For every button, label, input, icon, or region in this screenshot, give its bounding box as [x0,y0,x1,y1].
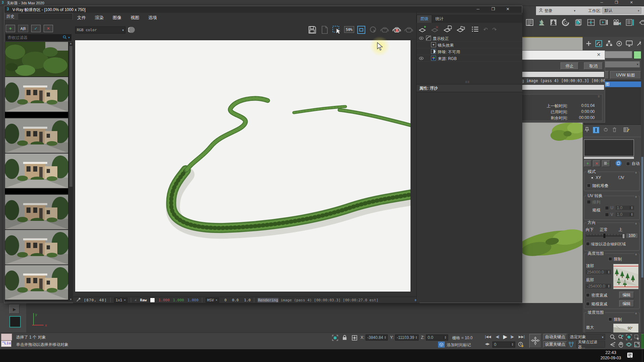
redo-icon[interactable]: ↷ [492,26,496,33]
max-titlebar[interactable]: 3 无标题 - 3ds Max 2020 ─ ❐ ✕ [0,0,644,6]
colorspace-select[interactable]: HSV▾ [206,298,219,303]
delete-item-button[interactable]: ✕ [593,160,600,167]
notification-center-icon[interactable] [627,352,634,360]
history-thumbnail[interactable] [5,265,68,300]
max-minimize-button[interactable]: ─ [600,0,603,4]
region-select-icon[interactable] [332,25,341,35]
fov-icon[interactable] [610,342,616,349]
vfb-titlebar[interactable]: 3 V-Ray 帧缓存区 - [100.0% of 1000 x 750] ─ … [4,6,522,13]
cancel-button[interactable]: 取消 [584,62,603,70]
color-picker-icon[interactable] [76,298,80,303]
transform-center-icon[interactable] [352,335,358,342]
zoom-badge-button[interactable]: 50% [344,26,354,33]
u-spinner-arrows[interactable]: ▲▼ [630,206,633,209]
go-end-button[interactable]: ▶▶| [519,335,525,339]
orbit-icon[interactable] [626,342,632,349]
command-panel-scrollbar[interactable] [641,40,644,333]
menu-render[interactable]: 渲染 [95,15,104,21]
tab-layers[interactable]: 层级 [417,15,432,23]
time-tag-icon[interactable] [438,342,445,348]
vfb-maximize-button[interactable]: ❐ [491,7,495,11]
v-spinner-arrows[interactable]: ▲▼ [630,213,633,216]
layer-explorer-icon[interactable] [526,19,534,27]
key-step-toggle[interactable]: ◀▶ [485,342,490,346]
scene-explorer-icon[interactable] [626,19,634,27]
add-list-button[interactable] [602,160,610,167]
layer-row-display-correction[interactable]: 显示校正 [417,35,522,42]
set-key-button[interactable]: 设置关键点 [543,341,567,348]
tree-box-tool-icon[interactable] [550,19,557,27]
maxscript-mini-listener-top[interactable] [1,334,12,341]
density-falloff-checkbox[interactable] [586,293,590,297]
channel-select[interactable]: RGB color ▾ [75,26,125,34]
vfb-close-button[interactable]: ✕ [506,7,509,11]
render-canvas[interactable] [75,40,411,292]
set-keys-icon[interactable] [568,341,575,349]
render-box-icon[interactable] [587,19,595,27]
history-scroll-up-icon[interactable]: ▲ [69,42,72,45]
arrange-checkbox[interactable] [587,200,591,204]
hr-bottom-spinner[interactable]: -254000.0▲▼ [585,283,611,289]
rendered-frame-icon[interactable] [574,19,583,27]
tab-motion[interactable] [616,40,623,48]
rollout-hr-title[interactable]: 高度范围 [586,251,605,256]
go-start-button[interactable]: |◀◀ [485,335,491,339]
mini-teal-box[interactable] [9,316,21,327]
key-filters-button[interactable]: 关键点过滤器... [576,341,605,348]
tree-tool-icon[interactable] [538,19,545,27]
layer-load-icon[interactable] [457,25,465,34]
pixel-ratio-select[interactable]: 1x1▾ [114,298,127,303]
fit-slope-checkbox[interactable] [586,242,590,246]
eye-icon[interactable] [419,36,424,41]
hr-limit-checkbox[interactable] [608,257,612,261]
history-scrollbar[interactable]: ▲ ▼ [69,42,73,301]
history-thumbnail[interactable] [5,195,68,229]
layer-delete-icon[interactable] [431,25,439,34]
add-item-button[interactable]: + [584,160,591,167]
history-load-button[interactable]: ✓ [31,25,41,32]
history-thumbnail[interactable] [5,118,68,153]
selection-lock-icon[interactable] [342,335,347,342]
history-thumbnail[interactable] [5,77,68,112]
auto-checkbox[interactable] [626,162,630,166]
add-time-tag-label[interactable]: 添加时间标记 [447,342,471,348]
layer-row-source[interactable]: 来源: RGB [417,55,522,62]
rollout-uvt-collapse-icon[interactable]: » [634,196,638,198]
menu-image[interactable]: 图像 [113,15,121,21]
make-unique-icon[interactable] [603,127,609,133]
x-coordinate-field[interactable]: -3840.84▲▼ [366,335,388,341]
panel-splitter-grip[interactable]: ⠿⠿ [465,81,470,84]
copy-image-icon[interactable] [321,25,329,35]
pan-navigation-button[interactable] [529,334,541,348]
show-desktop-strip[interactable] [642,349,644,362]
teapot-tool-icon[interactable] [639,19,644,27]
follow-mouse-icon[interactable] [369,25,378,35]
history-ab-compare-button[interactable]: A|B [18,25,28,32]
taskbar-clock[interactable]: 22:43 2020-09-03 [599,350,623,361]
auto-key-button[interactable]: 自动关键点 [543,334,567,340]
layer-row-lens-effects[interactable]: ✦ 镜头效果 [417,42,522,48]
layer-row-denoise[interactable]: 降噪: 不可用 [417,48,522,55]
region-render-icon[interactable] [357,25,366,35]
scale-falloff-checkbox[interactable] [586,302,590,306]
tab-modify[interactable] [595,40,602,48]
history-filter-input[interactable]: 查收过滤器 ▾ [6,34,71,41]
zoom-extents-icon[interactable] [626,334,632,341]
maxscript-mini-listener-bottom[interactable]: "Liu [1,341,11,347]
history-thumbnail[interactable] [5,42,68,76]
workspace-select[interactable]: 默认 ▾ [602,7,641,14]
zoom-icon[interactable] [610,334,616,341]
sphere-icon[interactable] [128,26,136,35]
rollout-dir-title[interactable]: 方向 [586,220,597,226]
rollout-sr-title[interactable]: 坡度范围 [586,310,605,315]
direction-value-field[interactable]: 100 [626,233,638,238]
density-falloff-edit-button[interactable]: 编辑 [619,292,634,298]
dialog-close-icon[interactable]: ✕ [597,52,601,57]
v-scale-spinner[interactable]: 1.0▲▼ [615,212,635,217]
tab-stats[interactable]: 统计 [432,15,447,23]
y-coordinate-field[interactable]: -11103.39▲▼ [395,335,419,341]
history-scrollbar-thumb[interactable] [69,46,72,187]
save-image-icon[interactable] [308,25,317,35]
time-config-icon[interactable] [518,342,524,349]
rollout-hr-collapse-icon[interactable]: » [634,253,638,255]
